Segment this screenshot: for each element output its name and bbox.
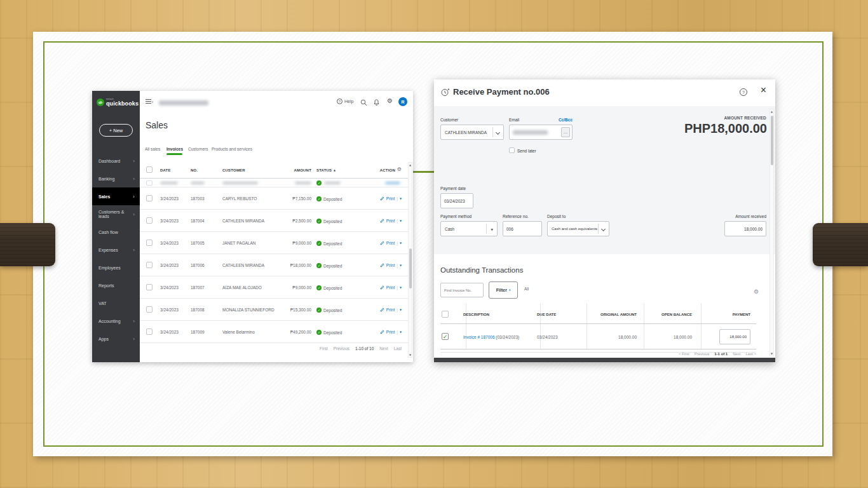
table-row[interactable]: 3/24/2023 187006 CATHLEEN MIRANDA ₱18,00…: [140, 254, 408, 276]
filter-button[interactable]: Filter ›: [489, 281, 518, 299]
find-invoice-field[interactable]: [440, 283, 484, 297]
table-row[interactable]: 3/24/2023 187004 CATHLEEN MIRANDA ₱2,500…: [140, 210, 408, 232]
new-button[interactable]: + New: [99, 124, 133, 137]
help-button[interactable]: ? Help: [337, 98, 353, 104]
close-icon[interactable]: ×: [761, 85, 766, 96]
action-dropdown-caret[interactable]: ▼: [400, 241, 402, 245]
col-no[interactable]: NO.: [191, 168, 198, 172]
ccbcc-link[interactable]: Cc/Bcc: [559, 118, 573, 122]
print-link[interactable]: Print: [386, 219, 395, 223]
col-action[interactable]: ACTION: [380, 168, 395, 172]
select-all-checkbox[interactable]: [146, 166, 153, 173]
sidebar-item-customers-leads[interactable]: Customers & leads ›: [92, 205, 140, 223]
row-checkbox[interactable]: [146, 195, 153, 201]
transaction-row[interactable]: ✓ Invoice # 187006 (03/24/2023) 03/24/20…: [440, 324, 756, 349]
col-status[interactable]: STATUS: [316, 168, 332, 172]
dialog-scrollbar[interactable]: ▲ ▼: [770, 109, 774, 356]
edit-pencil-icon[interactable]: [380, 219, 384, 223]
table-scrollbar[interactable]: ▲ ▼: [408, 162, 412, 358]
amount-received-input[interactable]: [725, 222, 766, 236]
sidebar-item-sales[interactable]: Sales ›: [92, 187, 140, 205]
row-checkbox[interactable]: [146, 329, 153, 335]
tab-invoices[interactable]: Invoices: [166, 147, 183, 151]
payment-amount-input[interactable]: [720, 330, 750, 344]
sidebar-item-vat[interactable]: VAT: [92, 294, 140, 312]
action-dropdown-caret[interactable]: ▼: [400, 286, 402, 289]
table-row[interactable]: 3/24/2023 187007 AIZA MAE ALOJADO ₱9,000…: [140, 276, 408, 299]
search-icon[interactable]: [360, 99, 367, 106]
deposit-to-select[interactable]: Cash and cash equivalents: [547, 221, 609, 236]
settings-gear-icon[interactable]: ⚙: [387, 98, 393, 104]
action-dropdown-caret[interactable]: ▼: [400, 308, 402, 311]
sidebar-item-cash-flow[interactable]: Cash flow: [92, 223, 140, 241]
edit-pencil-icon[interactable]: [380, 241, 384, 245]
col-amount[interactable]: AMOUNT: [294, 168, 311, 172]
scroll-up-icon[interactable]: ▲: [770, 110, 773, 113]
edit-pencil-icon[interactable]: [380, 263, 384, 268]
scrollbar-thumb[interactable]: [409, 248, 412, 288]
action-dropdown-caret[interactable]: ▼: [400, 219, 402, 222]
row-checkbox[interactable]: [146, 306, 153, 313]
select-all-checkbox[interactable]: [442, 311, 449, 318]
filter-all-label[interactable]: All: [524, 287, 529, 291]
amount-received-field[interactable]: [724, 221, 766, 236]
tab-all-sales[interactable]: All sales: [145, 147, 160, 151]
sidebar-item-accounting[interactable]: Accounting ›: [92, 312, 140, 330]
print-link[interactable]: Print: [386, 241, 395, 245]
row-checkbox[interactable]: [146, 217, 153, 224]
pagination-next[interactable]: Next: [733, 352, 740, 356]
edit-pencil-icon[interactable]: [380, 330, 384, 334]
row-checkbox[interactable]: [146, 180, 153, 186]
print-link[interactable]: Print: [386, 196, 395, 201]
tab-customers[interactable]: Customers: [188, 147, 208, 151]
scroll-down-icon[interactable]: ▼: [770, 352, 773, 355]
pagination-first[interactable]: First: [320, 346, 328, 351]
print-link[interactable]: Print: [386, 263, 395, 268]
customer-select[interactable]: CATHLEEN MIRANDA: [440, 125, 504, 140]
table-settings-gear-icon[interactable]: ⚙: [397, 167, 402, 172]
hamburger-menu-icon[interactable]: ‹: [146, 99, 153, 105]
send-later-checkbox[interactable]: [509, 147, 515, 153]
table-row[interactable]: 3/24/2023 187008 MONALIZA STUNNIEFORD ₱1…: [140, 299, 408, 321]
scroll-down-icon[interactable]: ▼: [409, 353, 412, 356]
sidebar-item-employees[interactable]: Employees: [92, 259, 140, 276]
action-dropdown-caret[interactable]: ▼: [400, 264, 402, 267]
row-checkbox[interactable]: [146, 262, 153, 268]
payment-method-select[interactable]: Cash ▼: [440, 221, 498, 236]
edit-pencil-icon[interactable]: [380, 308, 384, 312]
row-checkbox[interactable]: [146, 284, 153, 290]
pagination-next[interactable]: Next: [379, 346, 388, 351]
find-invoice-input[interactable]: [441, 283, 483, 297]
table-row[interactable]: 3/24/2023 187009 Valene Belarmino ₱49,20…: [140, 321, 408, 343]
pagination-first[interactable]: < First: [679, 352, 689, 356]
payment-date-input[interactable]: [441, 194, 473, 208]
scroll-up-icon[interactable]: ▲: [409, 163, 412, 166]
sidebar-item-reports[interactable]: Reports: [92, 276, 140, 294]
pagination-last[interactable]: Last: [394, 346, 402, 351]
notifications-bell-icon[interactable]: [373, 99, 380, 106]
reference-input[interactable]: [503, 222, 541, 236]
payment-amount-field[interactable]: [719, 329, 750, 344]
row-checkbox[interactable]: [146, 240, 153, 246]
col-customer[interactable]: CUSTOMER: [222, 168, 245, 172]
email-field[interactable]: …: [509, 125, 573, 140]
payment-date-field[interactable]: [440, 193, 473, 208]
table-row[interactable]: 3/24/2023 187005 JANET PAGALAN ₱9,000.00…: [140, 232, 408, 254]
print-link[interactable]: Print: [386, 330, 395, 334]
print-link[interactable]: Print: [386, 308, 395, 312]
table-row-partial[interactable]: ✓: [140, 179, 408, 187]
sidebar-item-dashboard[interactable]: Dashboard ›: [92, 152, 140, 170]
table-row[interactable]: 3/24/2023 187003 CARYL REBUSTO ₱7,150.00…: [140, 187, 408, 210]
pagination-last[interactable]: Last >: [745, 352, 756, 356]
row-checkbox-checked[interactable]: ✓: [442, 333, 449, 340]
action-dropdown-caret[interactable]: ▼: [400, 197, 402, 200]
pagination-previous[interactable]: Previous: [334, 346, 349, 351]
dialog-help-icon[interactable]: ?: [740, 88, 747, 96]
user-avatar[interactable]: R: [398, 97, 407, 106]
email-options-button[interactable]: …: [561, 127, 570, 137]
tab-products-services[interactable]: Products and services: [212, 147, 252, 151]
edit-pencil-icon[interactable]: [380, 285, 384, 290]
scrollbar-thumb[interactable]: [771, 116, 773, 165]
sort-asc-icon[interactable]: ▲: [334, 168, 336, 172]
print-link[interactable]: Print: [386, 285, 395, 290]
